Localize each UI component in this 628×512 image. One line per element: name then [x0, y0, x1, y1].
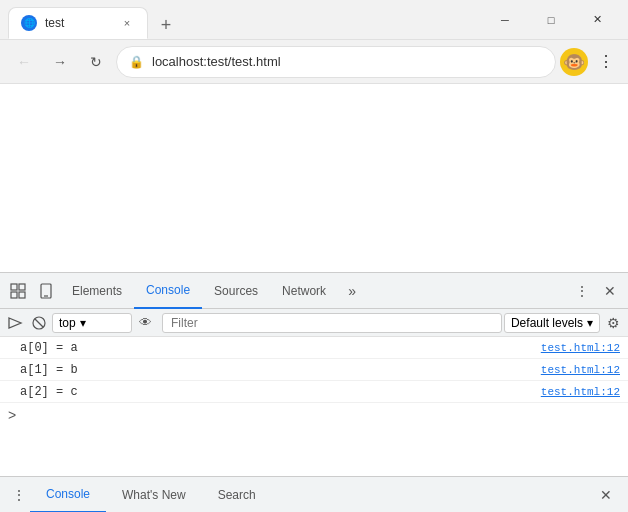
svg-rect-1 [19, 284, 25, 290]
console-row: a[2] = c test.html:12 [0, 381, 628, 403]
default-levels-selector[interactable]: Default levels ▾ [504, 313, 600, 333]
browser-toolbar: ← → ↻ 🔒 localhost:test/test.html 🐵 ⋮ [0, 40, 628, 84]
execute-context-button[interactable] [4, 312, 26, 334]
bottom-tab-search[interactable]: Search [202, 477, 272, 513]
console-row-link[interactable]: test.html:12 [541, 386, 620, 398]
svg-rect-0 [11, 284, 17, 290]
console-row-text: a[1] = b [20, 363, 78, 377]
prompt-arrow-icon: > [8, 407, 16, 423]
url-text: localhost:test/test.html [152, 54, 281, 69]
back-button[interactable]: ← [8, 46, 40, 78]
console-row-text: a[2] = c [20, 385, 78, 399]
minimize-button[interactable]: ─ [482, 4, 528, 36]
context-selector[interactable]: top ▾ [52, 313, 132, 333]
address-bar[interactable]: 🔒 localhost:test/test.html [116, 46, 556, 78]
svg-rect-3 [19, 292, 25, 298]
forward-button[interactable]: → [44, 46, 76, 78]
context-arrow-icon: ▾ [80, 316, 86, 330]
bottom-close-button[interactable]: ✕ [592, 481, 620, 509]
refresh-button[interactable]: ↻ [80, 46, 112, 78]
close-tab-button[interactable]: × [119, 15, 135, 31]
window-controls: ─ □ ✕ [482, 4, 620, 36]
console-prompt[interactable]: > [0, 403, 628, 427]
bottom-more-button[interactable]: ⋮ [8, 484, 30, 506]
tab-sources[interactable]: Sources [202, 273, 270, 309]
console-row-link[interactable]: test.html:12 [541, 342, 620, 354]
svg-marker-6 [9, 318, 21, 328]
maximize-button[interactable]: □ [528, 4, 574, 36]
svg-rect-2 [11, 292, 17, 298]
default-levels-arrow-icon: ▾ [587, 316, 593, 330]
tab-console[interactable]: Console [134, 273, 202, 309]
devtools-close-button[interactable]: ✕ [596, 277, 624, 305]
filter-input[interactable] [162, 313, 502, 333]
context-label: top [59, 316, 76, 330]
new-tab-button[interactable]: + [152, 11, 180, 39]
clear-console-button[interactable] [28, 312, 50, 334]
more-button[interactable]: ⋮ [592, 48, 620, 76]
console-toolbar: top ▾ 👁 Default levels ▾ ⚙ [0, 309, 628, 337]
inspect-element-button[interactable] [4, 277, 32, 305]
bottom-tabbar: ⋮ Console What's New Search ✕ [0, 476, 628, 512]
eye-filter-button[interactable]: 👁 [134, 312, 156, 334]
devtools-tabs-bar: Elements Console Sources Network » ⋮ ✕ [0, 273, 628, 309]
more-tabs-button[interactable]: » [338, 277, 366, 305]
bottom-tab-whats-new[interactable]: What's New [106, 477, 202, 513]
console-row: a[1] = b test.html:12 [0, 359, 628, 381]
title-bar: 🌐 test × + ─ □ ✕ [0, 0, 628, 40]
console-output: a[0] = a test.html:12 a[1] = b test.html… [0, 337, 628, 476]
profile-icon[interactable]: 🐵 [560, 48, 588, 76]
console-row-link[interactable]: test.html:12 [541, 364, 620, 376]
tab-title: test [45, 16, 111, 30]
tab-elements[interactable]: Elements [60, 273, 134, 309]
page-content [0, 84, 628, 272]
devtools-menu-button[interactable]: ⋮ [568, 277, 596, 305]
console-row-text: a[0] = a [20, 341, 78, 355]
tab-area: 🌐 test × + [8, 0, 482, 39]
browser-tab[interactable]: 🌐 test × [8, 7, 148, 39]
close-window-button[interactable]: ✕ [574, 4, 620, 36]
device-toggle-button[interactable] [32, 277, 60, 305]
console-settings-button[interactable]: ⚙ [602, 312, 624, 334]
tab-favicon: 🌐 [21, 15, 37, 31]
tab-network[interactable]: Network [270, 273, 338, 309]
console-row: a[0] = a test.html:12 [0, 337, 628, 359]
bottom-tab-console[interactable]: Console [30, 477, 106, 513]
lock-icon: 🔒 [129, 55, 144, 69]
default-levels-label: Default levels [511, 316, 583, 330]
devtools-panel: Elements Console Sources Network » ⋮ ✕ t… [0, 272, 628, 512]
svg-line-9 [35, 319, 43, 327]
